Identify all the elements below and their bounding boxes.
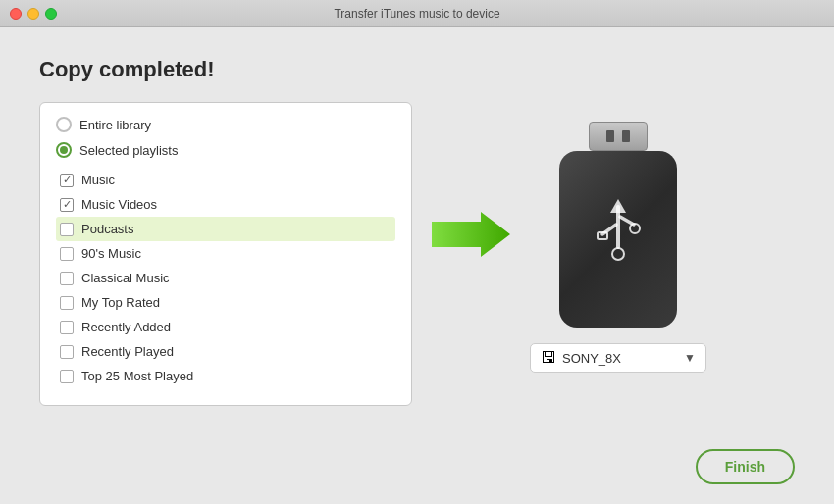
playlist-item-music-videos[interactable]: ✓Music Videos xyxy=(56,192,395,217)
svg-line-5 xyxy=(620,217,634,225)
playlist-label-top-25-most-played: Top 25 Most Played xyxy=(81,369,193,383)
svg-marker-0 xyxy=(432,212,510,257)
checkbox-recently-played[interactable] xyxy=(60,345,74,359)
checkmark-icon: ✓ xyxy=(63,199,72,210)
playlist-item-podcasts[interactable]: Podcasts xyxy=(56,217,395,241)
playlist-item-recently-played[interactable]: Recently Played xyxy=(56,339,395,364)
svg-marker-2 xyxy=(610,199,626,213)
checkbox-classical-music[interactable] xyxy=(60,272,74,285)
usb-symbol-icon xyxy=(589,195,648,283)
transfer-arrow-icon xyxy=(432,210,510,259)
playlist-label-podcasts: Podcasts xyxy=(81,222,133,236)
usb-illustration xyxy=(559,122,677,328)
bottom-bar: Finish xyxy=(696,449,795,484)
playlist-item-recently-added[interactable]: Recently Added xyxy=(56,315,395,339)
checkbox-music-videos[interactable]: ✓ xyxy=(60,198,74,212)
playlist-label-my-top-rated: My Top Rated xyxy=(81,295,160,310)
playlist-label-music-videos: Music Videos xyxy=(81,197,157,212)
playlist-label-90s-music: 90's Music xyxy=(81,246,141,261)
checkmark-icon: ✓ xyxy=(63,175,72,185)
playlist-label-recently-added: Recently Added xyxy=(81,320,171,334)
svg-point-7 xyxy=(612,248,624,260)
playlist-item-90s-music[interactable]: 90's Music xyxy=(56,241,395,266)
usb-section: 🖫 SONY_8X ▼ xyxy=(530,122,706,373)
playlist-label-recently-played: Recently Played xyxy=(81,344,174,359)
window-controls[interactable] xyxy=(10,8,57,20)
usb-body xyxy=(559,151,677,328)
checkbox-my-top-rated[interactable] xyxy=(60,296,74,310)
main-row: Entire library Selected playlists ✓Music… xyxy=(39,102,795,406)
checkbox-top-25-most-played[interactable] xyxy=(60,370,74,383)
playlist-item-top-25-most-played[interactable]: Top 25 Most Played xyxy=(56,364,395,388)
minimize-button[interactable] xyxy=(27,8,39,20)
title-bar: Transfer iTunes music to device xyxy=(0,0,834,27)
transfer-arrow-section xyxy=(412,102,530,259)
main-content: Copy completed! Entire library Selected … xyxy=(0,27,834,435)
window-title: Transfer iTunes music to device xyxy=(334,7,499,21)
entire-library-option[interactable]: Entire library xyxy=(56,117,395,132)
playlist-label-music: Music xyxy=(81,173,115,187)
checkbox-90s-music[interactable] xyxy=(60,247,74,261)
checkbox-recently-added[interactable] xyxy=(60,321,74,334)
selected-playlists-radio[interactable] xyxy=(56,142,72,158)
playlist-label-classical-music: Classical Music xyxy=(81,271,170,285)
checkbox-music[interactable]: ✓ xyxy=(60,174,74,187)
usb-pin-left xyxy=(606,130,614,142)
playlist-item-music[interactable]: ✓Music xyxy=(56,168,395,192)
entire-library-radio[interactable] xyxy=(56,117,72,132)
radio-selected-indicator xyxy=(60,146,68,154)
usb-pin-right xyxy=(622,130,630,142)
chevron-down-icon: ▼ xyxy=(684,351,696,365)
page-title: Copy completed! xyxy=(39,57,795,82)
device-dropdown[interactable]: 🖫 SONY_8X ▼ xyxy=(530,343,706,373)
close-button[interactable] xyxy=(10,8,22,20)
device-name: SONY_8X xyxy=(562,351,678,366)
playlist-item-my-top-rated[interactable]: My Top Rated xyxy=(56,290,395,315)
playlist-list: ✓Music✓Music VideosPodcasts90's MusicCla… xyxy=(56,168,395,388)
finish-button[interactable]: Finish xyxy=(696,449,795,484)
entire-library-label: Entire library xyxy=(79,118,151,132)
maximize-button[interactable] xyxy=(45,8,57,20)
selected-playlists-label: Selected playlists xyxy=(79,143,178,158)
checkbox-podcasts[interactable] xyxy=(60,223,74,236)
options-panel: Entire library Selected playlists ✓Music… xyxy=(39,102,412,406)
usb-connector xyxy=(589,122,648,151)
selected-playlists-option[interactable]: Selected playlists xyxy=(56,142,395,158)
playlist-item-classical-music[interactable]: Classical Music xyxy=(56,266,395,290)
device-icon: 🖫 xyxy=(541,349,556,367)
